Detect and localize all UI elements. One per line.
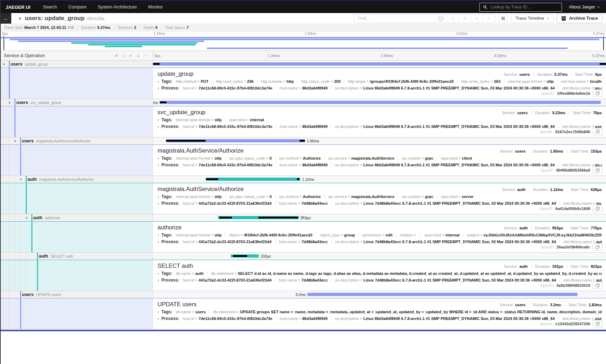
span-duration-bar[interactable] [218, 216, 299, 219]
copy-span-id-button[interactable] [593, 205, 602, 212]
copy-span-id-button[interactable] [593, 320, 602, 327]
span-toggle-chevron-icon[interactable]: ∨ [8, 100, 11, 104]
span-tags-row-label[interactable]: Tags: [161, 194, 172, 199]
expand-chevron-icon[interactable]: › [158, 271, 159, 276]
span-name-cell[interactable]: ∨authauthorize [1, 214, 153, 221]
span-tags-row-label[interactable]: Tags: [161, 309, 172, 314]
collapse-all-icon[interactable]: » [129, 54, 133, 56]
span-process-row-label[interactable]: Process: [161, 162, 179, 167]
expand-chevron-icon[interactable]: › [158, 124, 159, 129]
find-next-button[interactable]: ∨ [471, 14, 483, 23]
span-timeline-cell[interactable]: 5.23ms [153, 99, 606, 106]
tag-equals-icon: = [194, 86, 199, 90]
expand-chevron-icon[interactable]: › [158, 163, 159, 167]
span-process-row-label[interactable]: Process: [161, 278, 179, 283]
bottom-scroll-strip[interactable] [1, 330, 606, 331]
tag-value: otlp [215, 118, 222, 122]
nav-item-compare[interactable]: Compare [63, 5, 92, 10]
expand-chevron-icon[interactable]: › [158, 310, 159, 314]
keyboard-shortcuts-button[interactable]: ⌘ [498, 14, 508, 23]
span-block-1: ∨userssvc_update_group5.23mssvc_update_g… [1, 99, 606, 137]
expand-chevron-icon[interactable]: › [158, 201, 159, 205]
trace-id-search[interactable] [479, 3, 562, 12]
span-name-cell[interactable]: ∨userssvc_update_group [1, 99, 153, 106]
span-toggle-chevron-icon[interactable]: ∨ [25, 216, 28, 219]
expand-chevron-icon[interactable]: › [158, 240, 159, 244]
span-detail-header: update_groupService:usersDuration:5.37ms… [158, 70, 602, 77]
span-tags-row-label[interactable]: Tags: [161, 271, 172, 276]
expand-chevron-icon[interactable]: › [158, 86, 159, 90]
expand-all-icon[interactable]: » [137, 54, 139, 58]
back-button[interactable]: ← [1, 13, 11, 24]
copy-span-id-button[interactable] [593, 166, 602, 174]
span-process-row-label[interactable]: Process: [161, 201, 179, 206]
span-process-row-label[interactable]: Process: [161, 316, 179, 321]
span-name-cell[interactable]: usersUPDATE users [1, 291, 153, 298]
column-resizer-handle[interactable]: ‖ [145, 54, 146, 57]
span-duration-bar[interactable] [166, 139, 305, 142]
span-name-row[interactable]: ∨usersupdate_group [1, 61, 606, 68]
archive-trace-button[interactable]: Archive Trace [557, 14, 602, 23]
copy-span-id-button[interactable] [593, 128, 602, 135]
span-name-cell[interactable]: ∨authmagistrala.AuthService/Authorize [1, 176, 153, 183]
find-input[interactable] [354, 16, 435, 21]
span-tags-row-label[interactable]: Tags: [161, 79, 172, 84]
span-toggle-chevron-icon[interactable]: ∨ [14, 139, 17, 142]
jaeger-logo[interactable]: JAEGER UI [1, 5, 37, 10]
nav-item-search[interactable]: Search [37, 5, 63, 10]
span-timeline-cell[interactable]: 332μs [153, 253, 606, 259]
span-name-row[interactable]: ∨authauthorize953μs [1, 214, 606, 221]
span-tags-row-label[interactable]: Tags: [161, 156, 172, 161]
span-duration-bar[interactable] [160, 101, 601, 104]
span-duration-bar[interactable] [153, 62, 606, 66]
find-match-icon[interactable]: ◇ [447, 14, 459, 23]
collapse-one-icon[interactable]: ∨ [115, 53, 118, 58]
span-process-row-label[interactable]: Process: [161, 86, 179, 91]
span-name-row[interactable]: authSELECT auth332μs [1, 253, 606, 260]
trace-title: users: update_group69cb28e [25, 15, 105, 22]
span-duration-bar[interactable] [307, 293, 577, 296]
trace-view-dropdown[interactable]: Trace Timeline ∨ [511, 14, 553, 23]
trace-id-search-input[interactable] [490, 4, 558, 10]
span-toggle-chevron-icon[interactable]: ∨ [19, 177, 22, 181]
span-name-row[interactable]: ∨usersmagistrala.AuthService/Authorize1.… [1, 137, 606, 144]
span-timeline-cell[interactable]: 1.12ms [153, 176, 606, 183]
span-process-row-label[interactable]: Process: [161, 239, 179, 244]
span-timeline-cell[interactable] [153, 61, 606, 67]
span-timeline-cell[interactable]: 1.65ms [153, 137, 606, 144]
span-name-cell[interactable]: ∨usersupdate_group [1, 61, 153, 67]
find-help-button[interactable]: ? [435, 14, 447, 23]
span-name-cell[interactable]: authSELECT auth [1, 253, 153, 259]
span-name-row[interactable]: usersUPDATE users3.2ms [1, 291, 606, 298]
span-timeline-cell[interactable]: 3.2ms [153, 291, 606, 298]
span-process-row-label[interactable]: Process: [161, 124, 179, 129]
span-name-row[interactable]: ∨authmagistrala.AuthService/Authorize1.1… [1, 176, 606, 183]
nav-item-system-architecture[interactable]: System Architecture [92, 5, 142, 10]
span-duration-bar[interactable] [206, 178, 300, 181]
expand-chevron-icon[interactable]: › [158, 79, 159, 84]
span-name-row[interactable]: ∨userssvc_update_group5.23ms [1, 99, 606, 106]
span-timeline-cell[interactable]: 953μs [153, 214, 606, 221]
tag-value: 441a72a2-dc33-422f-8703-21a636ef23d4 [198, 240, 271, 244]
copy-span-id-button[interactable] [593, 90, 602, 97]
find-clear-button[interactable]: × [483, 14, 495, 23]
nav-item-monitor[interactable]: Monitor [142, 5, 169, 10]
expand-one-icon[interactable]: › [123, 54, 124, 58]
copy-span-id-button[interactable] [593, 282, 602, 289]
span-tags-row-label[interactable]: Tags: [161, 233, 172, 237]
expand-chevron-icon[interactable]: › [158, 316, 159, 321]
minimap-canvas[interactable] [1, 36, 606, 50]
expand-chevron-icon[interactable]: › [158, 118, 159, 122]
expand-chevron-icon[interactable]: › [158, 156, 159, 160]
find-prev-button[interactable]: ∧ [459, 14, 471, 23]
expand-chevron-icon[interactable]: › [158, 233, 159, 237]
span-duration-bar[interactable] [231, 254, 259, 258]
span-name-cell[interactable]: ∨usersmagistrala.AuthService/Authorize [1, 137, 153, 144]
expand-chevron-icon[interactable]: › [158, 278, 159, 282]
copy-span-id-button[interactable] [593, 243, 602, 251]
span-tags-row-label[interactable]: Tags: [161, 117, 172, 122]
span-toggle-chevron-icon[interactable]: ∨ [2, 62, 5, 66]
collapse-trace-chevron-icon[interactable]: ∨ [18, 16, 22, 21]
about-jaeger-menu[interactable]: About Jaeger ∨ [569, 5, 600, 10]
expand-chevron-icon[interactable]: › [158, 195, 159, 199]
